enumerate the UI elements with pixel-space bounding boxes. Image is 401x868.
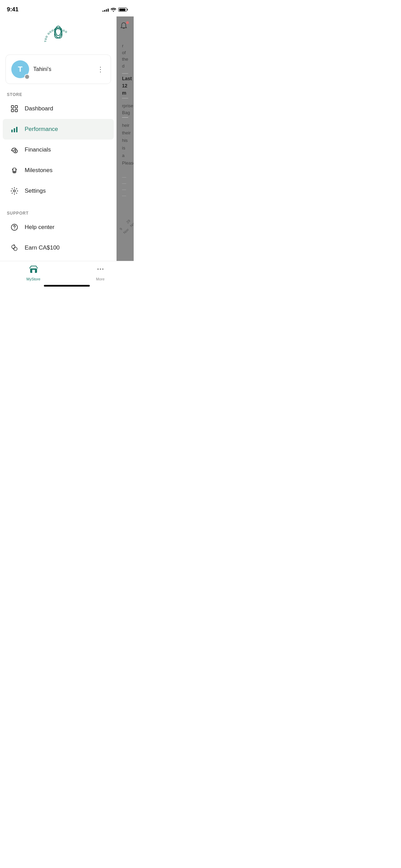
performance-icon <box>10 124 19 134</box>
milestones-label: Milestones <box>25 167 52 174</box>
financials-icon <box>10 145 19 155</box>
tab-bar: MyStore More <box>0 261 134 289</box>
help-icon <box>10 222 19 232</box>
main-container: TOO GOOD TO GO T Tahini's ⋮ STORE <box>0 16 134 261</box>
home-indicator <box>44 285 90 287</box>
mystore-tab-icon <box>29 265 38 276</box>
more-tab-icon <box>96 265 105 276</box>
logo-area: TOO GOOD TO GO <box>0 16 117 55</box>
svg-rect-10 <box>16 127 17 132</box>
svg-rect-7 <box>15 109 17 112</box>
support-section-label: SUPPORT <box>0 208 117 217</box>
account-card[interactable]: T Tahini's ⋮ <box>5 55 111 84</box>
signal-icon <box>102 8 109 12</box>
svg-rect-20 <box>32 270 35 273</box>
dashboard-label: Dashboard <box>25 105 53 112</box>
svg-rect-9 <box>14 128 15 132</box>
tab-more[interactable]: More <box>67 265 134 281</box>
svg-rect-8 <box>11 130 13 132</box>
account-more-button[interactable]: ⋮ <box>96 64 105 75</box>
right-dashes: — — — — <box>122 174 128 199</box>
wifi-icon <box>111 8 116 12</box>
right-text-top: r of the <box>122 43 128 63</box>
notification-dot <box>126 21 129 24</box>
status-time: 9:41 <box>7 6 19 13</box>
svg-point-16 <box>14 228 15 229</box>
settings-icon <box>10 186 19 196</box>
right-text-top2: d <box>122 63 128 70</box>
tab-mystore[interactable]: MyStore <box>0 265 67 281</box>
svg-rect-13 <box>13 172 15 173</box>
status-bar: 9:41 <box>0 0 134 16</box>
account-name: Tahini's <box>33 66 92 72</box>
nav-item-earn[interactable]: Earn CA$100 <box>3 238 114 258</box>
nav-item-performance[interactable]: Performance <box>3 119 114 140</box>
svg-rect-4 <box>11 106 14 108</box>
store-section-label: STORE <box>0 89 117 98</box>
svg-point-24 <box>97 268 99 270</box>
financials-label: Financials <box>25 146 51 153</box>
battery-icon <box>118 8 127 12</box>
right-last12: Last 12 m <box>122 75 128 97</box>
nav-item-dashboard[interactable]: Dashboard <box>3 98 114 119</box>
right-panel: r of the d Last 12 m rprise Bag heirthei… <box>117 16 134 261</box>
right-bag-text: rprise Bag <box>122 103 128 116</box>
right-panel-content: r of the d Last 12 m rprise Bag heirthei… <box>117 16 134 242</box>
svg-text:TOO GOOD TO GO: TOO GOOD TO GO <box>44 28 68 42</box>
too-good-to-go-logo: TOO GOOD TO GO <box>39 23 77 49</box>
svg-point-26 <box>102 268 104 270</box>
status-icons <box>102 8 127 12</box>
dashboard-icon <box>10 104 19 113</box>
right-dates: 9 Nov 29 Nov <box>118 223 130 235</box>
nav-item-settings[interactable]: Settings <box>3 181 114 201</box>
svg-point-25 <box>100 268 101 270</box>
performance-label: Performance <box>25 126 58 133</box>
more-tab-label: More <box>96 277 105 281</box>
nav-item-financials[interactable]: Financials <box>3 140 114 160</box>
right-paragraph: heirtheirhis is aPlease <box>122 122 128 167</box>
settings-label: Settings <box>25 188 46 194</box>
nav-item-help[interactable]: Help center <box>3 217 114 238</box>
svg-rect-5 <box>15 106 17 108</box>
milestones-icon <box>10 166 19 175</box>
mystore-tab-label: MyStore <box>26 277 40 281</box>
avatar: T <box>11 60 29 78</box>
svg-rect-6 <box>11 109 14 112</box>
svg-point-14 <box>13 190 15 192</box>
earn-label: Earn CA$100 <box>25 244 60 251</box>
earn-icon <box>10 243 19 253</box>
help-label: Help center <box>25 224 54 231</box>
drawer: TOO GOOD TO GO T Tahini's ⋮ STORE <box>0 16 117 261</box>
nav-item-milestones[interactable]: Milestones <box>3 160 114 181</box>
notification-bell-area[interactable] <box>119 22 128 33</box>
avatar-dot <box>24 74 30 80</box>
